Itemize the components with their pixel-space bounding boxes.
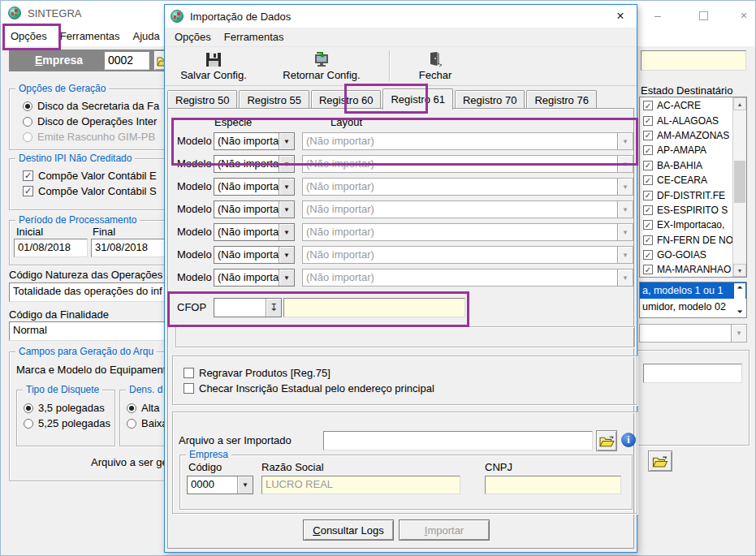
document-model-item[interactable]: umidor, modelo 02: [640, 299, 746, 315]
menu-item-ferramentas[interactable]: Ferramentas: [54, 28, 127, 45]
cfop-combo[interactable]: ↧: [214, 298, 282, 317]
salvar-config-button[interactable]: Salvar Config.: [173, 50, 254, 83]
scroll-up-icon[interactable]: ⏶: [737, 283, 742, 292]
layout-combo-value: (Não importar): [303, 179, 617, 195]
layout-combo[interactable]: (Não importar)▼: [302, 269, 633, 287]
minimize-button[interactable]: –: [645, 6, 671, 24]
cfop-text-field[interactable]: [283, 298, 465, 317]
checkbox-icon: ✓: [643, 161, 653, 170]
estado-destinatario-list[interactable]: ✓AC-ACRE✓AL-ALAGOAS✓AM-AMAZONAS✓AP-AMAPA…: [639, 97, 747, 278]
dialog-menu-item-opções[interactable]: Opções: [168, 28, 218, 45]
cnpj-field[interactable]: [485, 476, 621, 494]
scroll-thumb[interactable]: [734, 161, 745, 203]
estado-list-item[interactable]: ✓MA-MARANHAO: [641, 262, 732, 276]
estado-label: MA-MARANHAO: [657, 264, 731, 275]
especie-combo[interactable]: (Não importar)▼: [214, 246, 295, 264]
document-model-scroll[interactable]: ⏶ ⏷: [734, 283, 745, 317]
info-icon[interactable]: i: [621, 433, 636, 447]
scroll-up-icon[interactable]: ▲: [733, 97, 746, 110]
codigo-label: Código: [188, 461, 222, 473]
layout-combo[interactable]: (Não importar)▼: [302, 223, 633, 241]
razao-social-field[interactable]: LUCRO REAL: [261, 476, 460, 494]
data-inicial-field[interactable]: 01/08/2018: [14, 239, 88, 257]
especie-combo-value: (Não importar): [214, 179, 279, 195]
estado-list-item[interactable]: ✓EX-Importacao,: [641, 218, 732, 232]
maximize-button[interactable]: [690, 6, 716, 24]
browse-file-button[interactable]: [596, 430, 617, 451]
radio-label: Emite Rascunho GIM-PB: [37, 131, 155, 143]
estado-list-item[interactable]: ✓GO-GOIAS: [641, 248, 732, 262]
registro-61-tabpage: Espécie Layout Modelo 02(Não importar)▼(…: [167, 108, 634, 549]
estado-list-item[interactable]: ✓AL-ALAGOAS: [641, 113, 732, 127]
group-densidade-title: Dens. d: [126, 384, 166, 395]
layout-combo[interactable]: (Não importar)▼: [302, 246, 633, 264]
maximize-icon: [699, 11, 708, 20]
layout-combo[interactable]: (Não importar)▼: [302, 178, 633, 196]
especie-combo[interactable]: (Não importar)▼: [214, 132, 295, 150]
right-dropdown[interactable]: ▼: [639, 324, 747, 343]
radio-option[interactable]: 5,25 polegadas: [24, 416, 114, 431]
retornar-config-button[interactable]: Retornar Config.: [261, 50, 382, 83]
group-periodo: Período de Processamento Inicial Final 0…: [9, 220, 173, 265]
menu-item-ajuda[interactable]: Ajuda: [127, 28, 166, 45]
right-text-field[interactable]: [643, 364, 742, 383]
radio-label: 5,25 polegadas: [38, 417, 110, 429]
close-button[interactable]: ×: [731, 6, 756, 24]
especie-combo[interactable]: (Não importar)▼: [214, 269, 295, 287]
estado-scrollbar[interactable]: ▲ ▼: [732, 97, 746, 277]
options-panel: Regravar Produtos [Reg.75]Checar Inscriç…: [172, 356, 637, 405]
tab-registro-70[interactable]: Registro 70: [455, 90, 525, 109]
especie-combo[interactable]: (Não importar)▼: [214, 178, 295, 196]
dialog-menu-item-ferramentas[interactable]: Ferramentas: [218, 28, 291, 45]
tab-registro-55[interactable]: Registro 55: [239, 90, 309, 109]
tab-registro-50[interactable]: Registro 50: [167, 90, 237, 109]
estado-list-item[interactable]: ✓FN-FERN DE NO: [641, 233, 732, 248]
estado-list-item[interactable]: ✓AC-ACRE: [641, 98, 732, 113]
estado-list-item[interactable]: ✓DF-DISTRIT.FE: [641, 187, 732, 202]
layout-combo[interactable]: (Não importar)▼: [302, 200, 633, 218]
checkbox-option[interactable]: Checar Inscrição Estadual pelo endereço …: [184, 381, 637, 396]
tab-registro-61[interactable]: Registro 61: [382, 88, 452, 110]
tab-registro-60[interactable]: Registro 60: [311, 90, 381, 109]
data-final-field[interactable]: 31/08/2018: [91, 239, 165, 257]
empresa-code-field[interactable]: 0002: [104, 51, 149, 70]
radio-option[interactable]: 3,5 polegadas: [24, 400, 114, 416]
consultar-logs-button[interactable]: Consultar Logs: [303, 519, 394, 541]
chevron-down-icon: ▼: [279, 133, 294, 149]
layout-combo[interactable]: (Não importar)▼: [302, 132, 633, 150]
estado-list-item[interactable]: ✓ES-ESPIRITO S: [641, 203, 732, 218]
right-open-file-button[interactable]: [648, 450, 672, 472]
finalidade-label: Código da Finalidade: [9, 308, 109, 321]
especie-combo[interactable]: (Não importar)▼: [214, 200, 295, 218]
estado-list-item[interactable]: ✓CE-CEARA: [641, 173, 732, 187]
tab-registro-76[interactable]: Registro 76: [526, 90, 596, 109]
group-opcoes-geracao-title: Opções de Geração: [15, 83, 109, 94]
estado-label: EX-Importacao,: [657, 219, 724, 231]
layout-combo[interactable]: (Não importar)▼: [302, 155, 633, 173]
radio-icon: [127, 403, 136, 413]
checkbox-option[interactable]: Regravar Produtos [Reg.75]: [184, 365, 637, 381]
document-model-list[interactable]: a, modelos 1 ou 1umidor, modelo 02 ⏶ ⏷: [639, 282, 747, 318]
estado-label: AM-AMAZONAS: [657, 130, 729, 141]
chevron-down-icon: ▼: [279, 224, 294, 240]
dialog-close-button[interactable]: ×: [609, 8, 632, 24]
company-name-field[interactable]: [641, 50, 746, 71]
scroll-down-icon[interactable]: ⏷: [737, 308, 742, 317]
estado-list-item[interactable]: ✓BA-BAHIA: [641, 158, 732, 173]
cnpj-label: CNPJ: [485, 461, 512, 473]
codigo-combo[interactable]: 0000 ▼: [187, 476, 253, 494]
arquivo-importado-field[interactable]: [323, 431, 593, 450]
document-model-rows: a, modelos 1 ou 1umidor, modelo 02: [640, 282, 746, 315]
menu-item-opções[interactable]: Opções: [4, 28, 54, 45]
especie-combo[interactable]: (Não importar)▼: [214, 223, 295, 241]
group-empresa-title: Empresa: [186, 449, 231, 460]
estado-list-item[interactable]: ✓AM-AMAZONAS: [641, 128, 732, 143]
fechar-button[interactable]: Fechar: [399, 50, 472, 83]
estado-list-item[interactable]: ✓AP-AMAPA: [641, 143, 732, 157]
importar-button[interactable]: Importar: [399, 519, 490, 541]
especie-combo[interactable]: (Não importar)▼: [214, 155, 295, 173]
document-model-item[interactable]: a, modelos 1 ou 1: [640, 282, 746, 299]
scroll-down-icon[interactable]: ▼: [733, 264, 746, 277]
group-campos-geracao-title: Campos para Geração do Arqu: [15, 346, 157, 357]
dialog-menubar: OpçõesFerramentas: [165, 28, 637, 46]
